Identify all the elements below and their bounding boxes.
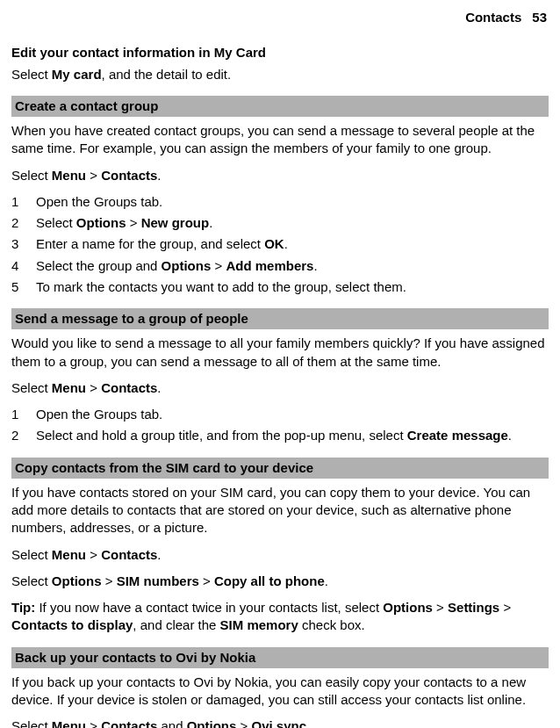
text: Select: [11, 67, 52, 82]
text: >: [86, 547, 101, 562]
bold-text: Menu: [52, 547, 86, 562]
bold-text: My card: [52, 67, 102, 82]
step-num: 5: [11, 278, 36, 296]
text: >: [86, 168, 101, 183]
group-intro: When you have created contact groups, yo…: [11, 122, 549, 158]
step-text: Enter a name for the group, and select O…: [36, 235, 549, 253]
bold-text: Contacts to display: [11, 617, 133, 632]
text: Select: [11, 573, 52, 588]
backup-heading: Back up your contacts to Ovi by Nokia: [11, 647, 549, 668]
bold-text: Menu: [52, 168, 86, 183]
step-num: 2: [11, 427, 36, 444]
text: .: [157, 168, 161, 183]
copy-tip: Tip: If you now have a contact twice in …: [11, 599, 549, 635]
bold-text: Contacts: [101, 168, 157, 183]
send-select: Select Menu > Contacts.: [11, 379, 549, 397]
text: Enter a name for the group, and select: [36, 236, 264, 251]
bold-text: New group: [141, 215, 210, 230]
text: >: [86, 380, 101, 395]
text: .: [325, 573, 328, 588]
text: , and the detail to edit.: [102, 67, 232, 82]
copy-heading: Copy contacts from the SIM card to your …: [11, 458, 549, 479]
text: .: [306, 718, 310, 728]
text: Select and hold a group title, and from …: [36, 428, 407, 443]
text: .: [157, 380, 161, 395]
text: and: [157, 718, 186, 728]
bold-text: Copy all to phone: [214, 573, 325, 588]
text: .: [508, 428, 512, 443]
text: Select: [36, 215, 76, 230]
text: >: [236, 718, 251, 728]
bold-text: Options: [52, 573, 102, 588]
bold-text: SIM memory: [220, 617, 298, 632]
text: >: [499, 600, 511, 615]
text: >: [126, 215, 141, 230]
text: Select: [11, 380, 52, 395]
backup-intro: If you back up your contacts to Ovi by N…: [11, 674, 549, 710]
copy-intro: If you have contacts stored on your SIM …: [11, 484, 549, 537]
text: Select: [11, 168, 52, 183]
step: 1Open the Groups tab.: [11, 406, 549, 423]
text: , and clear the: [133, 617, 219, 632]
text: >: [86, 718, 101, 728]
copy-options: Select Options > SIM numbers > Copy all …: [11, 573, 549, 590]
send-steps: 1Open the Groups tab. 2Select and hold a…: [11, 406, 549, 445]
step: 1Open the Groups tab.: [11, 193, 549, 211]
step-text: Select and hold a group title, and from …: [36, 427, 549, 444]
step-num: 3: [11, 235, 36, 253]
bold-text: SIM numbers: [117, 573, 199, 588]
step-num: 2: [11, 214, 36, 232]
send-intro: Would you like to send a message to all …: [11, 335, 549, 371]
text: Select the group and: [36, 258, 162, 273]
bold-text: Menu: [52, 380, 86, 395]
bold-text: Tip:: [11, 600, 35, 615]
bold-text: OK: [264, 236, 284, 251]
bold-text: Settings: [448, 600, 499, 615]
bold-text: Add members: [226, 258, 313, 273]
bold-text: Contacts: [101, 547, 157, 562]
step-text: Open the Groups tab.: [36, 406, 549, 423]
group-select: Select Menu > Contacts.: [11, 167, 549, 184]
text: >: [199, 573, 214, 588]
text: .: [313, 258, 317, 273]
text: If you now have a contact twice in your …: [35, 600, 383, 615]
bold-text: Contacts: [101, 718, 157, 728]
step: 2Select and hold a group title, and from…: [11, 427, 549, 444]
bold-text: Ovi sync: [251, 718, 306, 728]
group-steps: 1Open the Groups tab. 2Select Options > …: [11, 193, 549, 296]
text: check box.: [298, 617, 365, 632]
bold-text: Options: [383, 600, 433, 615]
bold-text: Menu: [52, 718, 86, 728]
step: 3Enter a name for the group, and select …: [11, 235, 549, 253]
step-text: Open the Groups tab.: [36, 193, 549, 211]
step: 2Select Options > New group.: [11, 214, 549, 232]
text: >: [433, 600, 448, 615]
bold-text: Options: [187, 718, 237, 728]
step-num: 4: [11, 257, 36, 275]
text: >: [211, 258, 226, 273]
bold-text: Create message: [407, 428, 508, 443]
step-num: 1: [11, 406, 36, 423]
text: .: [209, 215, 212, 230]
text: Select: [11, 718, 52, 728]
copy-select: Select Menu > Contacts.: [11, 546, 549, 564]
step-text: To mark the contacts you want to add to …: [36, 278, 549, 296]
mycard-body: Select My card, and the detail to edit.: [11, 66, 549, 83]
bold-text: Contacts: [101, 380, 157, 395]
bold-text: Options: [76, 215, 126, 230]
mycard-title: Edit your contact information in My Card: [11, 44, 549, 61]
page-header: Contacts53: [11, 9, 549, 26]
step: 4Select the group and Options > Add memb…: [11, 257, 549, 275]
step: 5To mark the contacts you want to add to…: [11, 278, 549, 296]
send-heading: Send a message to a group of people: [11, 308, 549, 329]
step-text: Select the group and Options > Add membe…: [36, 257, 549, 275]
text: .: [157, 547, 161, 562]
bold-text: Options: [162, 258, 212, 273]
text: .: [284, 236, 288, 251]
text: >: [102, 573, 117, 588]
step-num: 1: [11, 193, 36, 211]
chapter-name: Contacts: [465, 10, 521, 25]
group-heading: Create a contact group: [11, 96, 549, 117]
step-text: Select Options > New group.: [36, 214, 549, 232]
backup-select: Select Menu > Contacts and Options > Ovi…: [11, 717, 549, 728]
